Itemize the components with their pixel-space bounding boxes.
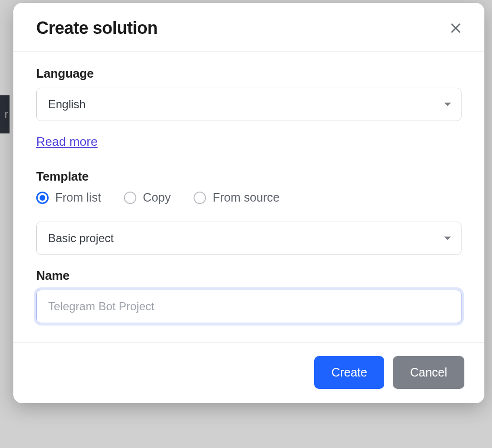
name-section: Name (36, 268, 461, 323)
template-project-value: Basic project (48, 232, 113, 245)
template-label: Template (36, 169, 461, 184)
language-select[interactable]: English (36, 88, 461, 121)
close-button[interactable] (446, 19, 465, 38)
radio-label-from-source: From source (213, 191, 279, 204)
template-project-select[interactable]: Basic project (36, 222, 461, 255)
cancel-button[interactable]: Cancel (393, 356, 464, 389)
name-input[interactable] (36, 290, 461, 323)
modal-header: Create solution (13, 3, 484, 52)
modal-body: Language English Read more Template From… (13, 52, 484, 342)
radio-label-from-list: From list (55, 191, 101, 204)
name-label: Name (36, 268, 461, 283)
language-section: Language English Read more (36, 66, 461, 149)
radio-copy[interactable]: Copy (124, 191, 171, 204)
template-radio-group: From list Copy From source (36, 191, 461, 204)
radio-icon (194, 192, 206, 204)
radio-icon (124, 192, 136, 204)
modal-title: Create solution (36, 18, 158, 38)
language-label: Language (36, 66, 461, 81)
radio-from-list[interactable]: From list (36, 191, 101, 204)
template-section: Template From list Copy From source Basi… (36, 169, 461, 255)
radio-label-copy: Copy (143, 191, 171, 204)
radio-from-source[interactable]: From source (194, 191, 279, 204)
create-solution-modal: Create solution Language English Read mo… (13, 3, 484, 403)
radio-icon (36, 192, 49, 204)
create-button[interactable]: Create (314, 356, 384, 389)
read-more-link[interactable]: Read more (36, 134, 98, 149)
language-selected-value: English (48, 98, 86, 111)
modal-footer: Create Cancel (13, 342, 484, 403)
close-icon (449, 21, 462, 35)
chevron-down-icon (444, 103, 451, 106)
chevron-down-icon (444, 237, 451, 240)
background-fragment: r (0, 95, 10, 133)
